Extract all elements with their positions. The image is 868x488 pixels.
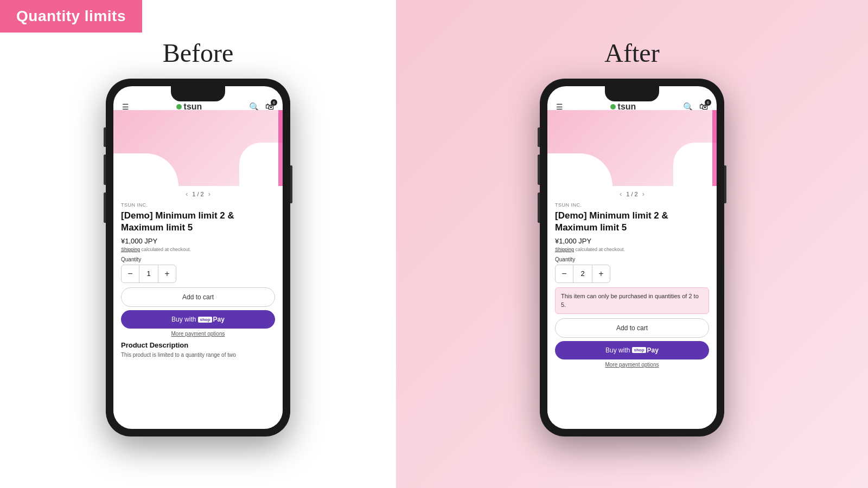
after-screen: ☰ tsun 🔍 🛍 6 bbox=[547, 86, 717, 429]
before-nav: ☰ tsun 🔍 🛍 6 bbox=[113, 86, 283, 110]
after-phone-vol-down bbox=[538, 192, 540, 223]
after-shipping-suffix: calculated at checkout. bbox=[576, 247, 626, 252]
image-shape bbox=[239, 143, 283, 186]
before-label: Before bbox=[163, 38, 234, 68]
cart-count: 6 bbox=[271, 99, 277, 106]
after-phone-vol-up bbox=[538, 155, 540, 185]
after-quantity-increase-button[interactable]: + bbox=[592, 265, 610, 282]
after-quantity-decrease-button[interactable]: − bbox=[556, 265, 573, 282]
after-phone-power bbox=[724, 165, 726, 203]
before-panel: Quantity limits Before ☰ tsun 🔍 bbox=[0, 0, 396, 488]
after-prev-arrow[interactable]: ‹ bbox=[620, 190, 622, 198]
before-product-image bbox=[113, 110, 283, 186]
after-quantity-value: 2 bbox=[573, 265, 592, 282]
after-nav: ☰ tsun 🔍 🛍 6 bbox=[547, 86, 717, 110]
after-shop-pay-logo: shop Pay bbox=[632, 346, 658, 354]
quantity-alert-box: This item can only be purchased in quant… bbox=[555, 287, 709, 314]
after-shipping: Shipping calculated at checkout. bbox=[555, 247, 709, 252]
after-product-price: ¥1,000 JPY bbox=[555, 237, 709, 245]
before-screen: ☰ tsun 🔍 🛍 6 bbox=[113, 86, 283, 429]
next-arrow[interactable]: › bbox=[208, 190, 210, 198]
prev-arrow[interactable]: ‹ bbox=[186, 190, 188, 198]
phone-vol-silent bbox=[104, 127, 106, 147]
after-product-image bbox=[547, 110, 717, 186]
phone-power bbox=[290, 165, 292, 203]
add-to-cart-button[interactable]: Add to cart bbox=[121, 287, 275, 307]
quantity-increase-button[interactable]: + bbox=[158, 265, 176, 282]
badge-title: Quantity limits bbox=[16, 8, 126, 25]
quantity-value: 1 bbox=[139, 265, 158, 282]
header-badge: Quantity limits bbox=[0, 0, 142, 33]
buy-now-prefix: Buy with bbox=[171, 316, 196, 323]
before-product-info: TSUN INC. [Demo] Minimum limit 2 & Maxim… bbox=[113, 202, 283, 359]
before-product-title: [Demo] Minimum limit 2 & Maximum limit 5 bbox=[121, 210, 275, 234]
before-shipping: Shipping calculated at checkout. bbox=[121, 247, 275, 252]
after-add-to-cart-button[interactable]: Add to cart bbox=[555, 318, 709, 338]
after-quantity-label: Quantity bbox=[555, 256, 709, 262]
image-wave bbox=[113, 153, 178, 186]
after-vendor: TSUN INC. bbox=[555, 202, 709, 208]
after-phone: ☰ tsun 🔍 🛍 6 bbox=[540, 79, 724, 436]
buy-now-button[interactable]: Buy with shop Pay bbox=[121, 310, 275, 329]
before-product-price: ¥1,000 JPY bbox=[121, 237, 275, 245]
after-quantity-control: − 2 + bbox=[555, 265, 610, 283]
after-page-indicator: 1 / 2 bbox=[626, 191, 637, 197]
shipping-link[interactable]: Shipping bbox=[121, 247, 140, 252]
shop-pay-logo: shop Pay bbox=[198, 316, 224, 323]
phone-vol-down bbox=[104, 192, 106, 223]
before-vendor: TSUN INC. bbox=[121, 202, 275, 208]
after-logo-dot bbox=[610, 104, 616, 110]
after-product-info: TSUN INC. [Demo] Minimum limit 2 & Maxim… bbox=[547, 202, 717, 368]
after-shop-box: shop bbox=[632, 347, 646, 353]
after-buy-now-button[interactable]: Buy with shop Pay bbox=[555, 341, 709, 359]
phone-vol-up bbox=[104, 155, 106, 185]
page-indicator: 1 / 2 bbox=[192, 191, 203, 197]
shipping-suffix: calculated at checkout. bbox=[142, 247, 192, 252]
after-pay-text: Pay bbox=[647, 346, 659, 354]
more-payment-link[interactable]: More payment options bbox=[121, 331, 275, 337]
after-shipping-link[interactable]: Shipping bbox=[555, 247, 574, 252]
image-sidebar bbox=[278, 110, 283, 186]
after-image-wave bbox=[547, 153, 612, 186]
after-image-sidebar bbox=[712, 110, 717, 186]
after-panel: After ☰ tsun 🔍 🛍 bbox=[396, 0, 868, 488]
pay-text: Pay bbox=[213, 316, 225, 323]
logo-dot bbox=[176, 104, 182, 110]
before-quantity-control: − 1 + bbox=[121, 265, 176, 283]
after-buy-now-prefix: Buy with bbox=[605, 346, 630, 354]
after-cart-count: 6 bbox=[705, 99, 711, 106]
quantity-decrease-button[interactable]: − bbox=[122, 265, 139, 282]
after-phone-wrapper: ☰ tsun 🔍 🛍 6 bbox=[540, 79, 724, 436]
after-next-arrow[interactable]: › bbox=[642, 190, 644, 198]
before-desc-text: This product is limited to a quantity ra… bbox=[121, 351, 275, 359]
after-pagination: ‹ 1 / 2 › bbox=[547, 186, 717, 202]
before-quantity-label: Quantity bbox=[121, 256, 275, 262]
after-label: After bbox=[604, 38, 659, 68]
after-product-title: [Demo] Minimum limit 2 & Maximum limit 5 bbox=[555, 210, 709, 234]
before-phone: ☰ tsun 🔍 🛍 6 bbox=[106, 79, 290, 436]
before-pagination: ‹ 1 / 2 › bbox=[113, 186, 283, 202]
after-image-shape bbox=[673, 143, 717, 186]
before-desc-title: Product Description bbox=[121, 341, 275, 349]
shop-box: shop bbox=[198, 317, 212, 323]
after-phone-vol-silent bbox=[538, 127, 540, 147]
before-phone-wrapper: ☰ tsun 🔍 🛍 6 bbox=[106, 79, 290, 436]
after-more-payment-link[interactable]: More payment options bbox=[555, 362, 709, 368]
